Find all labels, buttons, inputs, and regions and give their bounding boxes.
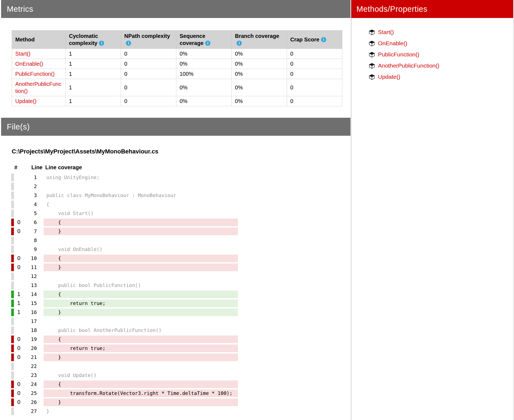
metric-value: 0 xyxy=(121,96,176,106)
method-list-item: OnEnable() xyxy=(369,40,513,46)
cube-icon xyxy=(369,74,375,80)
coverage-indicator xyxy=(11,219,14,226)
info-icon[interactable]: i xyxy=(205,41,210,46)
code-line: 06 { xyxy=(1,218,350,227)
coverage-indicator xyxy=(11,237,14,244)
column-header-label: Cyclomatic complexity xyxy=(69,33,98,46)
coverage-indicator xyxy=(11,389,14,397)
hit-count: 0 xyxy=(14,336,24,342)
method-link[interactable]: PublicFunction() xyxy=(15,71,55,77)
line-number: 19 xyxy=(24,336,37,342)
line-number: 20 xyxy=(24,345,37,351)
info-icon[interactable]: i xyxy=(321,37,326,42)
code-line: 3public class MyMonoBehaviour : MonoBeha… xyxy=(1,191,350,200)
column-header-label: NPath complexity xyxy=(124,33,170,39)
code-text: { xyxy=(44,201,238,208)
metric-value: 0 xyxy=(287,79,342,96)
column-header-label: Crap Score xyxy=(290,37,319,43)
column-header-branch-coverage: Branch coveragei xyxy=(232,31,287,49)
code-table-header: # Line Line coverage xyxy=(1,164,350,171)
column-header-crap-score: Crap Scorei xyxy=(287,31,342,49)
metrics-table-header-row: MethodCyclomatic complexityiNPath comple… xyxy=(12,31,342,49)
column-header-cyclomatic-complexity: Cyclomatic complexityi xyxy=(66,31,121,49)
code-text: { xyxy=(44,336,238,343)
method-link[interactable]: PublicFunction() xyxy=(378,51,419,58)
coverage-indicator xyxy=(11,228,14,235)
line-number: 3 xyxy=(24,192,37,198)
method-link[interactable]: Update() xyxy=(15,98,37,104)
line-number: 18 xyxy=(24,327,37,333)
methods-properties-panel: Methods/Properties Start()OnEnable()Publ… xyxy=(351,0,513,420)
info-icon[interactable]: i xyxy=(237,41,242,46)
methods-properties-header: Methods/Properties xyxy=(351,0,513,18)
code-text: return true; xyxy=(44,300,238,307)
method-link[interactable]: Update() xyxy=(378,74,400,80)
metric-value: 0% xyxy=(232,59,287,69)
code-text: return true; xyxy=(44,345,238,352)
line-number: 23 xyxy=(24,372,37,378)
files-section-title: File(s) xyxy=(7,122,30,131)
code-line: 13 public bool PublicFunction() xyxy=(1,281,350,290)
coverage-indicator xyxy=(11,201,14,208)
line-number: 1 xyxy=(24,174,37,180)
metrics-section: MethodCyclomatic complexityiNPath comple… xyxy=(1,18,350,118)
code-line: 18 public bool AnotherPublicFunction() xyxy=(1,326,350,335)
code-line: 024 { xyxy=(1,380,350,389)
coverage-indicator xyxy=(11,255,14,262)
coverage-indicator xyxy=(11,210,14,217)
metric-value: 0% xyxy=(232,79,287,96)
line-number: 6 xyxy=(24,219,37,225)
metric-value: 0 xyxy=(121,59,176,69)
metric-value: 0% xyxy=(176,79,232,96)
method-cell: AnotherPublicFunction() xyxy=(12,79,66,96)
metrics-table-row: AnotherPublicFunction()100%0%0 xyxy=(12,79,342,96)
code-text: } xyxy=(44,353,238,361)
method-link[interactable]: AnotherPublicFunction() xyxy=(378,62,439,69)
code-text: { xyxy=(44,291,238,298)
file-path: C:\Projects\MyProject\Assets\MyMonoBehav… xyxy=(12,148,350,155)
code-line: 07 } xyxy=(1,227,350,236)
method-link[interactable]: Start() xyxy=(378,29,394,35)
line-number: 15 xyxy=(24,300,37,306)
coverage-indicator xyxy=(11,174,14,181)
info-icon[interactable]: i xyxy=(126,41,131,46)
info-icon[interactable]: i xyxy=(99,41,104,46)
code-text: void OnEnable() xyxy=(44,246,238,253)
column-header-label: Method xyxy=(15,37,35,43)
hit-count: 0 xyxy=(14,390,24,396)
code-text: public bool PublicFunction() xyxy=(44,282,238,289)
method-cell: Update() xyxy=(12,96,66,106)
line-number: 4 xyxy=(24,201,37,207)
code-text: void Start() xyxy=(44,210,238,217)
method-link[interactable]: Start() xyxy=(15,51,31,57)
method-link[interactable]: OnEnable() xyxy=(15,61,43,67)
column-header-npath-complexity: NPath complexityi xyxy=(121,31,176,49)
cube-icon xyxy=(369,41,375,46)
metrics-table-row: Update()100%0%0 xyxy=(12,96,342,106)
hit-count: 0 xyxy=(14,264,24,270)
code-line: 114 { xyxy=(1,290,350,299)
metric-value: 0 xyxy=(287,59,342,69)
method-link[interactable]: OnEnable() xyxy=(378,40,407,47)
line-number: 10 xyxy=(24,255,37,261)
coverage-indicator xyxy=(11,327,14,334)
metric-value: 0 xyxy=(121,69,176,79)
metrics-table-row: PublicFunction()10100%0%0 xyxy=(12,69,342,79)
metric-value: 0% xyxy=(232,96,287,106)
code-line: 23 void Update() xyxy=(1,371,350,380)
method-link[interactable]: AnotherPublicFunction() xyxy=(15,81,61,94)
files-section: C:\Projects\MyProject\Assets\MyMonoBehav… xyxy=(1,148,350,416)
code-text: } xyxy=(44,398,238,406)
coverage-indicator xyxy=(11,309,14,316)
code-text: transform.Rotate(Vector3.right * Time.de… xyxy=(44,389,238,397)
method-list: Start()OnEnable()PublicFunction()Another… xyxy=(351,29,513,80)
code-text xyxy=(44,318,238,325)
metric-value: 0% xyxy=(232,49,287,59)
code-lines: 1using UnityEngine;23public class MyMono… xyxy=(1,173,350,416)
cube-icon xyxy=(369,63,375,69)
code-text xyxy=(44,362,238,370)
metrics-table: MethodCyclomatic complexityiNPath comple… xyxy=(12,30,342,106)
coverage-indicator xyxy=(11,183,14,190)
metric-value: 100% xyxy=(176,69,232,79)
code-line: 019 { xyxy=(1,335,350,344)
